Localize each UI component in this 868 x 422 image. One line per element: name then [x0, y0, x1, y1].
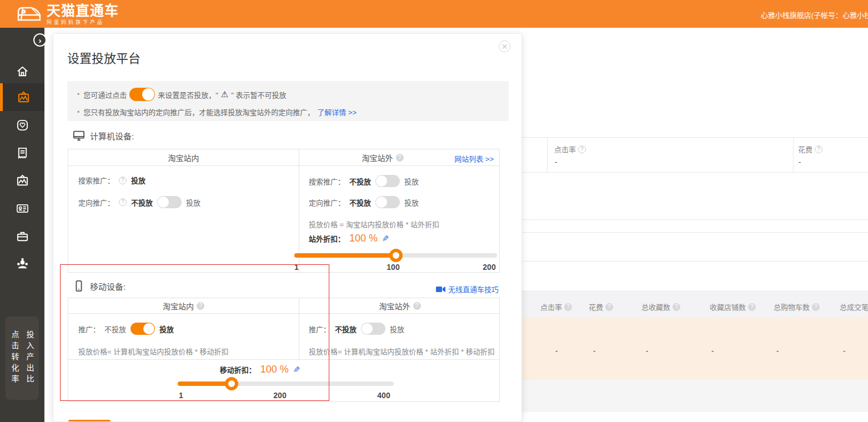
bg-card-cost-value: - [799, 158, 801, 166]
learn-more-link[interactable]: 了解详情 >> [317, 107, 357, 117]
bg-divider [522, 137, 868, 138]
pc-onsite-target-toggle[interactable] [157, 196, 182, 208]
home-icon [16, 65, 29, 78]
bg-table-data-row[interactable] [522, 318, 868, 380]
bg-th-favorites: 总收藏数 [641, 302, 680, 312]
help-icon[interactable] [119, 177, 127, 184]
computer-onsite-header: 淘宝站内 [68, 149, 299, 166]
bg-th-shop-favorites: 收藏店铺数 [710, 302, 756, 312]
bg-th-cost: 花费 [589, 302, 613, 312]
account-name[interactable]: 心雅小栈旗舰店(子帐号：心雅小栈 [761, 9, 868, 20]
bg-cell: - [843, 346, 845, 355]
sidebar-item-favorites[interactable] [0, 114, 44, 136]
mobile-discount-slider[interactable] [178, 381, 394, 386]
creative-icon [16, 174, 29, 187]
pc-onsite-target-row: 定向推广： 不投放 投放 [78, 196, 200, 208]
help-icon[interactable] [119, 198, 127, 206]
sidebar: › [0, 28, 44, 422]
offsite-discount-slider[interactable] [294, 253, 497, 258]
computer-section-title: 计算机设备: [90, 130, 134, 142]
slider-max-label: 400 [377, 391, 390, 400]
sidebar-item-report[interactable] [0, 142, 44, 164]
pc-onsite-search-row: 搜索推广： 投放 [78, 175, 145, 185]
account-card-icon [16, 202, 29, 215]
slider-min-label: 1 [179, 391, 183, 400]
help-icon[interactable] [815, 145, 822, 153]
help-icon[interactable] [413, 302, 421, 310]
sidebar-expand-icon[interactable]: › [33, 33, 47, 47]
help-icon[interactable] [673, 303, 680, 311]
sidebar-item-campaign-active[interactable] [0, 83, 44, 111]
sidebar-item-toolbox[interactable] [0, 225, 44, 247]
mobile-discount-row: 移动折扣： 100 % ✎ [152, 364, 368, 375]
mobile-onsite-price-formula: 投放价格= 计算机淘宝站内投放价格 * 移动折扣 [78, 346, 229, 356]
bullet-icon: • [77, 108, 79, 116]
smartphone-icon [73, 280, 85, 292]
sidebar-item-home[interactable] [0, 60, 44, 82]
edit-pencil-icon[interactable]: ✎ [382, 234, 389, 244]
edit-pencil-icon[interactable]: ✎ [293, 365, 300, 375]
bg-cell: - [646, 346, 648, 355]
bg-cell: - [555, 346, 558, 355]
campaign-icon [17, 91, 30, 104]
bg-card-divider [547, 137, 548, 172]
help-icon[interactable] [812, 303, 820, 311]
pc-offsite-price-formula: 投放价格 = 淘宝站内投放价格 * 站外折扣 [309, 219, 439, 229]
sidebar-item-share[interactable] [0, 253, 44, 275]
modal-title: 设置投放平台 [67, 48, 141, 66]
mobile-offsite-promo-row: 推广： 不投放 投放 [309, 323, 404, 335]
warning-icon: ⚠ [221, 89, 228, 99]
mobile-offsite-promo-toggle[interactable] [361, 323, 385, 335]
site-list-link[interactable]: 网站列表 >> [454, 153, 494, 164]
metric-roi: 投入产出比 [24, 330, 36, 386]
sidebar-item-account-card[interactable] [0, 197, 44, 219]
logo-title: 天猫直通车 [47, 3, 119, 18]
set-platform-modal: ✕ 设置投放平台 • 您可通过点击 来设置是否投放，"⚠" 表示暂不可投放 • … [53, 33, 522, 422]
pc-offsite-target-row: 定向推广： 不投放 投放 [309, 196, 419, 208]
sidebar-item-creative[interactable] [0, 169, 44, 192]
help-icon[interactable] [748, 303, 756, 311]
bg-card-cost: 花费 [798, 144, 822, 154]
wireless-tips-link[interactable]: 无线直通车技巧 [436, 284, 499, 294]
pc-offsite-target-toggle[interactable] [375, 196, 400, 208]
mobile-onsite-promo-row: 推广： 不投放 投放 [78, 323, 174, 335]
help-icon[interactable] [578, 145, 586, 153]
computer-offsite-header: 淘宝站外 [299, 149, 466, 166]
train-logo-icon [16, 4, 42, 25]
bg-cell: - [593, 346, 595, 355]
slider-handle[interactable] [389, 249, 403, 262]
mobile-offsite-header: 淘宝站外 [299, 298, 500, 314]
metric-click-conversion: 点击转化率 [9, 330, 21, 386]
bg-divider [522, 261, 868, 262]
slider-mid-label: 200 [273, 391, 286, 400]
page-root: 天猫直通车 阿里妈妈旗下产品 心雅小栈旗舰店(子帐号：心雅小栈 › [0, 0, 868, 422]
help-icon[interactable] [605, 303, 613, 311]
notice-box: • 您可通过点击 来设置是否投放，"⚠" 表示暂不可投放 • 您只有投放淘宝站内… [67, 81, 509, 121]
bg-cell: - [776, 346, 779, 355]
close-icon[interactable]: ✕ [499, 41, 510, 52]
favorites-icon [16, 119, 29, 132]
mobile-onsite-promo-toggle[interactable] [131, 323, 155, 335]
pc-offsite-search-toggle[interactable] [375, 175, 400, 187]
help-icon[interactable] [564, 303, 572, 311]
bg-cell: - [711, 346, 714, 355]
video-camera-icon [436, 286, 445, 293]
mobile-section-head: 移动设备: [73, 280, 126, 292]
example-toggle-on [129, 88, 155, 101]
app-logo[interactable]: 天猫直通车 阿里妈妈旗下产品 [16, 3, 119, 26]
briefcase-icon [16, 230, 29, 243]
bg-table-empty-row [522, 380, 868, 412]
sidebar-metrics-panel[interactable]: 点击转化率 投入产出比 [6, 316, 39, 400]
pc-offsite-search-row: 搜索推广： 不投放 投放 [309, 175, 419, 187]
help-icon[interactable] [396, 154, 404, 162]
help-icon[interactable] [197, 302, 204, 310]
bg-th-deals: 总成交笔 [840, 302, 868, 312]
slider-handle[interactable] [225, 377, 238, 390]
report-icon [16, 147, 29, 159]
bg-th-ctr: 点击率 [540, 302, 572, 312]
slider-max-label: 200 [483, 263, 495, 272]
bg-th-carts: 总购物车数 [774, 302, 820, 312]
slider-mid-label: 100 [387, 263, 399, 272]
offsite-discount-value: 100 % [349, 233, 378, 244]
confirm-button[interactable] [68, 420, 111, 422]
